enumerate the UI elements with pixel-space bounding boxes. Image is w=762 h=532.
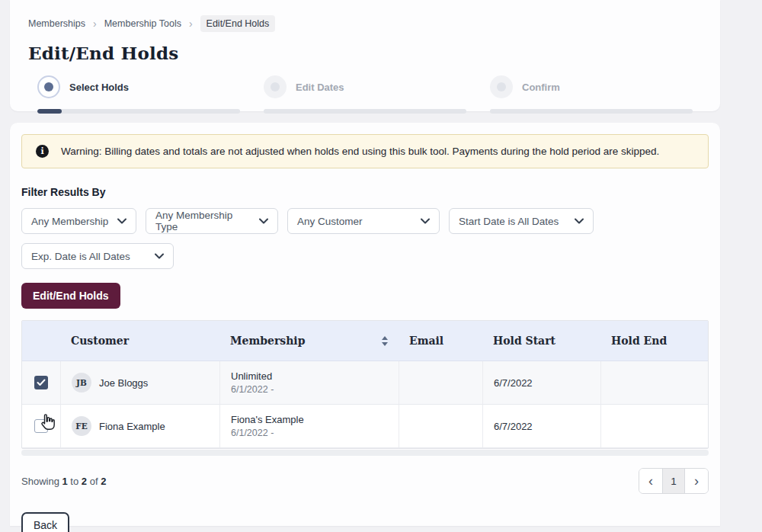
pagination-next-button[interactable]: › <box>685 469 708 493</box>
row-checkbox-cell <box>22 361 60 404</box>
breadcrumb-memberships[interactable]: Memberships <box>28 18 85 29</box>
check-icon <box>37 379 46 386</box>
showing-summary: Showing 1 to 2 of 2 <box>21 476 106 487</box>
header-card: Memberships › Membership Tools › Edit/En… <box>10 0 720 111</box>
customer-cell: FE Fiona Example <box>60 405 219 447</box>
column-header-customer[interactable]: Customer <box>60 321 219 361</box>
dropdown-value: Any Membership <box>31 216 108 227</box>
step-label: Select Holds <box>69 82 129 93</box>
chevron-down-icon <box>421 218 430 224</box>
step-progress-track <box>37 109 240 114</box>
row-checkbox-unchecked[interactable] <box>34 419 48 433</box>
customer-name: Joe Bloggs <box>99 377 148 389</box>
step-label: Edit Dates <box>296 82 344 93</box>
breadcrumb-membership-tools[interactable]: Membership Tools <box>104 18 181 29</box>
hold-start-cell: 6/7/2022 <box>482 405 600 447</box>
dropdown-value: Start Date is All Dates <box>459 216 559 227</box>
column-header-hold-start[interactable]: Hold Start <box>482 321 600 361</box>
table-row: FE Fiona Example Fiona's Example 6/1/202… <box>22 405 708 448</box>
membership-name: Unlimited <box>231 370 272 382</box>
filter-start-date-dropdown[interactable]: Start Date is All Dates <box>449 208 594 234</box>
hold-end-cell <box>600 361 708 404</box>
back-button[interactable]: Back <box>21 512 69 532</box>
hold-start-cell: 6/7/2022 <box>482 361 600 404</box>
column-header-hold-end[interactable]: Hold End <box>600 321 708 361</box>
membership-cell: Unlimited 6/1/2022 - <box>219 361 399 404</box>
edit-end-holds-button[interactable]: Edit/End Holds <box>21 283 120 309</box>
step-progress-fill <box>37 109 62 114</box>
membership-cell: Fiona's Example 6/1/2022 - <box>219 405 399 447</box>
filter-membership-dropdown[interactable]: Any Membership <box>21 208 136 234</box>
filter-exp-date-dropdown[interactable]: Exp. Date is All Dates <box>21 243 174 269</box>
step-circle-active-icon <box>37 75 60 98</box>
table-header-row: Customer Membership Email Hold Start Hol… <box>22 321 708 361</box>
column-header-email[interactable]: Email <box>399 321 482 361</box>
customer-name: Fiona Example <box>99 421 165 432</box>
row-checkbox-cell <box>22 405 60 447</box>
filter-row: Any Membership Any Membership Type Any C… <box>21 208 631 269</box>
horizontal-scrollbar[interactable] <box>21 450 709 456</box>
column-header-membership[interactable]: Membership <box>219 321 399 361</box>
dropdown-value: Exp. Date is All Dates <box>31 251 130 262</box>
dropdown-value: Any Customer <box>297 216 363 227</box>
step-circle-inactive-icon <box>490 75 513 98</box>
membership-name: Fiona's Example <box>231 414 304 425</box>
sort-icon[interactable] <box>382 336 388 346</box>
warning-text: Warning: Billing dates and totals are no… <box>61 146 659 157</box>
pagination-prev-button[interactable]: ‹ <box>639 469 662 493</box>
pagination-page-1[interactable]: 1 <box>662 469 685 493</box>
info-icon: i <box>36 145 49 158</box>
step-circle-inactive-icon <box>264 75 287 98</box>
membership-dates: 6/1/2022 - <box>231 384 274 395</box>
step-wizard: Select Holds Edit Dates Confirm <box>28 75 702 114</box>
filter-customer-dropdown[interactable]: Any Customer <box>287 208 440 234</box>
customer-cell: JB Joe Bloggs <box>60 361 219 404</box>
step-select-holds: Select Holds <box>37 75 240 114</box>
step-confirm: Confirm <box>490 75 693 114</box>
holds-table: Customer Membership Email Hold Start Hol… <box>21 320 709 449</box>
main-card: i Warning: Billing dates and totals are … <box>10 123 720 526</box>
breadcrumb-separator-icon: › <box>93 18 97 30</box>
filter-membership-type-dropdown[interactable]: Any Membership Type <box>146 208 278 234</box>
email-cell <box>399 405 482 447</box>
chevron-down-icon <box>259 218 268 224</box>
membership-dates: 6/1/2022 - <box>231 428 274 438</box>
avatar: JB <box>72 373 91 393</box>
chevron-down-icon <box>155 253 164 259</box>
breadcrumb: Memberships › Membership Tools › Edit/En… <box>28 15 702 32</box>
hold-end-cell <box>600 405 708 447</box>
step-label: Confirm <box>522 82 560 93</box>
dropdown-value: Any Membership Type <box>155 210 251 232</box>
header-checkbox-cell <box>22 321 60 361</box>
step-progress-track <box>264 109 466 114</box>
chevron-down-icon <box>575 218 584 224</box>
breadcrumb-current: Edit/End Holds <box>200 15 276 32</box>
email-cell <box>399 361 482 404</box>
table-row: JB Joe Bloggs Unlimited 6/1/2022 - 6/7/2… <box>22 361 708 405</box>
filter-section-label: Filter Results By <box>21 186 709 198</box>
page-title: Edit/End Holds <box>28 43 702 63</box>
avatar: FE <box>72 416 91 436</box>
table-footer: Showing 1 to 2 of 2 ‹ 1 › <box>21 468 709 494</box>
chevron-down-icon <box>117 218 126 224</box>
breadcrumb-separator-icon: › <box>189 18 193 30</box>
pagination: ‹ 1 › <box>639 468 709 494</box>
step-progress-track <box>490 109 693 114</box>
row-checkbox-checked[interactable] <box>34 376 48 389</box>
warning-banner: i Warning: Billing dates and totals are … <box>21 134 709 168</box>
step-edit-dates: Edit Dates <box>264 75 466 114</box>
